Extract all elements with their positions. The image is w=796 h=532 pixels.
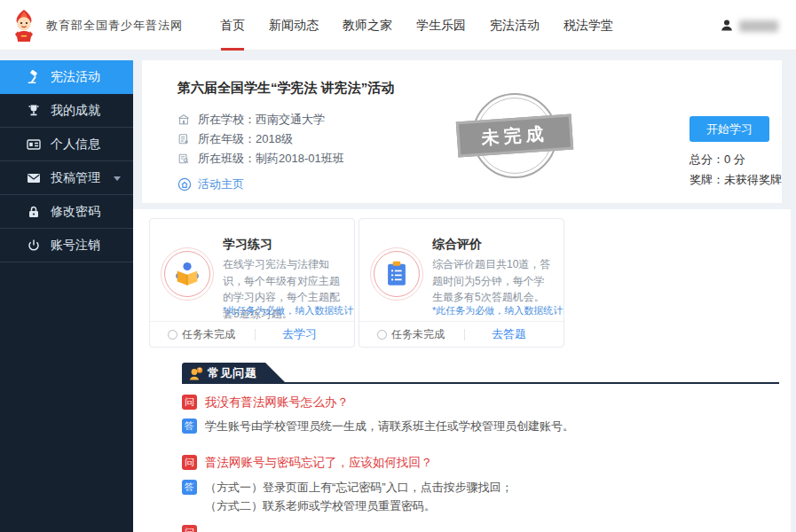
school-info-text: 所在学校：西南交通大学 xyxy=(198,112,325,128)
task-card-footer: 任务未完成 去答题 xyxy=(359,321,564,347)
task-icon-ring xyxy=(370,247,423,301)
sidebar-item-change-password[interactable]: 修改密码 xyxy=(0,195,133,229)
task-card-footer: 任务未完成 去学习 xyxy=(150,321,354,347)
status-circle-icon xyxy=(168,330,177,340)
footer-divider xyxy=(255,329,256,340)
activity-title: 第六届全国学生“学宪法 讲宪法”活动 xyxy=(177,80,394,97)
school-info-row: 所在学校：西南交通大学 xyxy=(177,112,325,128)
footer-divider xyxy=(464,329,465,340)
school-icon xyxy=(177,113,190,126)
clipboard-icon xyxy=(382,259,412,289)
lock-icon xyxy=(27,205,41,219)
nav-teachers[interactable]: 教师之家 xyxy=(343,0,392,51)
incomplete-stamp: 未完成 xyxy=(457,87,572,184)
question-badge-icon: 问 xyxy=(182,525,197,532)
activity-home-link-label: 活动主页 xyxy=(198,176,244,192)
stamp-text: 未完成 xyxy=(456,114,573,158)
medal-status-text: 奖牌：未获得奖牌 xyxy=(690,172,782,188)
task-card-evaluation: 综合评价 综合评价题目共10道，答题时间为5分钟，每个学生最多有5次答题机会。 … xyxy=(359,218,564,348)
class-info-text: 所在班级：制药2018-01班班 xyxy=(198,151,344,167)
faq-question-row: 问 普法网账号与密码忘记了，应该如何找回？ xyxy=(182,455,433,470)
nav-news[interactable]: 新闻动态 xyxy=(269,0,319,51)
question-badge-icon: 问 xyxy=(182,455,197,470)
activity-panel: 第六届全国学生“学宪法 讲宪法”活动 所在学校：西南交通大学 所在年级：2018… xyxy=(142,60,782,203)
site-title: 教育部全国青少年普法网 xyxy=(46,18,183,34)
person-question-icon: ? xyxy=(188,366,203,381)
go-answer-link[interactable]: 去答题 xyxy=(492,326,526,342)
faq-answer-text: （方式一）登录页面上有“忘记密码”入口，点击按步骤找回； xyxy=(205,480,513,495)
faq-question-text: 普法网账号与密码忘记了，应该如何找回？ xyxy=(205,455,433,470)
mascot-logo-icon xyxy=(9,9,39,43)
class-info-row: 所在班级：制药2018-01班班 xyxy=(177,151,344,167)
task-description: 综合评价题目共10道，答题时间为5分钟，每个学生最多有5次答题机会。 xyxy=(432,256,555,306)
task-status: 任务未完成 xyxy=(168,327,235,342)
sidebar-item-submission-management[interactable]: 投稿管理 xyxy=(0,161,133,195)
envelope-icon xyxy=(27,171,41,185)
task-title: 综合评价 xyxy=(432,237,482,253)
task-status-label: 任务未完成 xyxy=(182,327,235,342)
task-icon-ring xyxy=(161,247,214,301)
question-badge-icon: 问 xyxy=(182,395,197,410)
id-card-icon xyxy=(27,137,41,152)
grade-icon xyxy=(177,133,190,145)
status-circle-icon xyxy=(377,330,387,340)
sidebar-item-label: 我的成就 xyxy=(51,103,100,119)
task-mandatory-note: *此任务为必做，纳入数据统计 xyxy=(223,304,353,317)
page: 教育部全国青少年普法网 首页 新闻动态 教师之家 学生乐园 宪法活动 税法学堂 xyxy=(0,0,796,532)
reading-person-icon xyxy=(172,259,202,289)
faq-answer-text: 学生账号由学校管理员统一生成，请联系班主任或学校管理员创建账号。 xyxy=(205,419,574,434)
task-title: 学习练习 xyxy=(223,237,272,253)
nav-taxlaw[interactable]: 税法学堂 xyxy=(564,0,613,51)
site-logo[interactable]: 教育部全国青少年普法网 xyxy=(9,9,183,43)
sidebar: 宪法活动 我的成就 个人信息 xyxy=(0,60,133,532)
task-status-label: 任务未完成 xyxy=(391,327,445,342)
sidebar-item-account-logout[interactable]: 账号注销 xyxy=(0,229,133,262)
sidebar-item-label: 个人信息 xyxy=(51,137,100,153)
sidebar-item-constitution-activity[interactable]: 宪法活动 xyxy=(0,60,133,94)
person-icon xyxy=(720,19,734,33)
faq-title: 常见问题 xyxy=(208,365,257,381)
task-mandatory-note: *此任务为必做，纳入数据统计 xyxy=(432,304,563,317)
faq-question-row: 问 我没有普法网账号怎么办？ xyxy=(182,395,349,410)
sidebar-item-label: 修改密码 xyxy=(51,204,100,220)
svg-text:?: ? xyxy=(198,367,201,372)
nav-constitution[interactable]: 宪法活动 xyxy=(490,0,540,51)
sidebar-item-achievements[interactable]: 我的成就 xyxy=(0,94,133,128)
faq-answer-row: 答 （方式一）登录页面上有“忘记密码”入口，点击按步骤找回； xyxy=(182,480,513,495)
sidebar-item-label: 投稿管理 xyxy=(51,170,100,186)
go-study-link[interactable]: 去学习 xyxy=(282,326,317,342)
nav-home[interactable]: 首页 xyxy=(220,0,245,51)
trophy-icon xyxy=(27,104,41,118)
task-status: 任务未完成 xyxy=(377,327,445,342)
faq-answer-row: 答 学生账号由学校管理员统一生成，请联系班主任或学校管理员创建账号。 xyxy=(182,419,574,434)
sidebar-item-label: 宪法活动 xyxy=(51,69,100,85)
start-learning-button[interactable]: 开始学习 xyxy=(690,116,769,142)
top-header: 教育部全国青少年普法网 首页 新闻动态 教师之家 学生乐园 宪法活动 税法学堂 xyxy=(0,0,796,51)
total-score-text: 总分：0 分 xyxy=(690,152,745,168)
home-icon xyxy=(177,177,192,192)
user-name-redacted xyxy=(739,20,778,32)
sidebar-item-personal-info[interactable]: 个人信息 xyxy=(0,128,133,161)
faq-answer-text-line2: （方式二）联系老师或学校管理员重置密码。 xyxy=(205,498,436,513)
nav-students[interactable]: 学生乐园 xyxy=(416,0,466,51)
class-icon xyxy=(177,153,190,165)
chevron-down-icon xyxy=(114,176,121,181)
gavel-icon xyxy=(27,70,41,84)
user-account[interactable] xyxy=(720,19,778,33)
faq-question-row-partial: 问 xyxy=(182,525,197,532)
activity-home-link[interactable]: 活动主页 xyxy=(177,176,244,192)
faq-question-text: 我没有普法网账号怎么办？ xyxy=(205,395,349,410)
answer-badge-icon: 答 xyxy=(182,480,197,495)
sidebar-item-label: 账号注销 xyxy=(51,238,100,254)
grade-info-text: 所在年级：2018级 xyxy=(198,131,293,147)
main-nav: 首页 新闻动态 教师之家 学生乐园 宪法活动 税法学堂 xyxy=(220,0,637,51)
faq-header-line xyxy=(182,382,779,384)
power-icon xyxy=(27,239,41,253)
answer-badge-icon: 答 xyxy=(182,419,197,434)
task-card-study: 学习练习 在线学习宪法与法律知识，每个年级有对应主题的学习内容，每个主题配套5道… xyxy=(149,218,355,348)
grade-info-row: 所在年级：2018级 xyxy=(177,131,293,147)
